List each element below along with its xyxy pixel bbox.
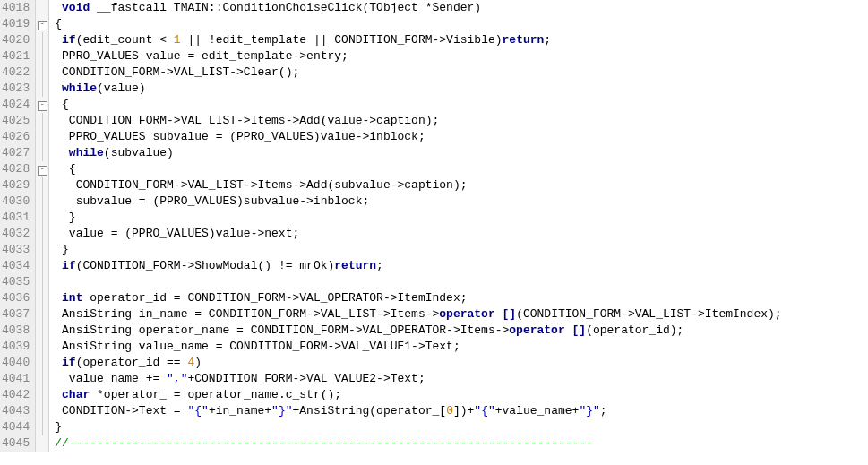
fold-cell: [36, 81, 48, 97]
fold-cell: [36, 65, 48, 81]
token-num: 0: [446, 404, 453, 418]
token-str: "{": [187, 404, 208, 418]
line-number: 4031: [2, 210, 30, 226]
fold-guide-icon: [42, 323, 43, 339]
fold-guide-icon: [42, 194, 43, 210]
code-line[interactable]: {: [55, 161, 868, 177]
fold-cell: [36, 419, 48, 435]
code-line[interactable]: while(subvalue): [55, 145, 868, 161]
fold-guide-icon: [42, 387, 43, 403]
token-str: ",": [167, 372, 187, 385]
line-number: 4027: [2, 145, 30, 161]
fold-guide-icon: [42, 306, 43, 323]
fold-cell: [36, 403, 48, 419]
line-number: 4025: [2, 113, 30, 129]
fold-cell: [36, 274, 48, 290]
line-number: 4028: [2, 161, 30, 177]
code-line[interactable]: value = (PPRO_VALUES)value->next;: [55, 226, 868, 242]
code-line[interactable]: CONDITION->Text = "{"+in_name+"}"+AnsiSt…: [55, 403, 868, 419]
code-line[interactable]: CONDITION_FORM->VAL_LIST->Clear();: [55, 65, 868, 81]
line-number: 4021: [2, 48, 30, 65]
line-number: 4023: [2, 81, 30, 97]
token-kw: char: [62, 388, 90, 401]
code-line[interactable]: {: [55, 16, 868, 32]
fold-cell: [36, 290, 48, 306]
code-line[interactable]: if(CONDITION_FORM->ShowModal() != mrOk)r…: [55, 258, 868, 274]
line-number: 4039: [2, 339, 30, 355]
fold-cell[interactable]: -: [36, 97, 48, 113]
line-number: 4040: [2, 355, 30, 371]
fold-cell: [36, 194, 48, 210]
line-number: 4044: [2, 419, 30, 435]
fold-cell: [36, 226, 48, 242]
line-number: 4032: [2, 226, 30, 242]
code-editor[interactable]: void __fastcall TMAIN::ConditionChoiseCl…: [49, 0, 868, 452]
line-number: 4038: [2, 323, 30, 339]
fold-cell: [36, 323, 48, 339]
fold-guide-icon: [42, 290, 43, 306]
code-line[interactable]: PPRO_VALUES subvalue = (PPRO_VALUES)valu…: [55, 129, 868, 145]
fold-toggle-icon[interactable]: -: [38, 166, 47, 176]
code-line[interactable]: PPRO_VALUES value = edit_template->entry…: [55, 48, 868, 65]
fold-cell: [36, 32, 48, 48]
fold-guide-icon: [42, 226, 43, 242]
code-line[interactable]: AnsiString operator_name = CONDITION_FOR…: [55, 323, 868, 339]
code-line[interactable]: }: [55, 210, 868, 226]
fold-guide-icon: [42, 339, 43, 355]
code-line[interactable]: void __fastcall TMAIN::ConditionChoiseCl…: [55, 0, 868, 16]
code-line[interactable]: AnsiString value_name = CONDITION_FORM->…: [55, 339, 868, 355]
code-line[interactable]: int operator_id = CONDITION_FORM->VAL_OP…: [55, 290, 868, 306]
fold-cell[interactable]: -: [36, 16, 48, 32]
fold-guide-icon: [42, 65, 43, 81]
line-number: 4022: [2, 65, 30, 81]
fold-cell: [36, 210, 48, 226]
code-line[interactable]: while(value): [55, 81, 868, 97]
fold-guide-icon: [42, 145, 43, 161]
fold-cell: [36, 371, 48, 387]
fold-cell: [36, 242, 48, 258]
fold-cell: [36, 0, 48, 16]
token-kw: void: [62, 1, 90, 14]
code-line[interactable]: subvalue = (PPRO_VALUES)subvalue->inbloc…: [55, 194, 868, 210]
code-line[interactable]: if(edit_count < 1 || !edit_template || C…: [55, 32, 868, 48]
fold-margin[interactable]: ---: [36, 0, 49, 452]
code-line[interactable]: [55, 274, 868, 290]
fold-toggle-icon[interactable]: -: [38, 101, 47, 111]
fold-cell: [36, 435, 48, 452]
line-number: 4043: [2, 403, 30, 419]
code-line[interactable]: if(operator_id == 4): [55, 355, 868, 371]
fold-cell[interactable]: -: [36, 161, 48, 177]
line-number-gutter: 4018401940204021402240234024402540264027…: [0, 0, 36, 452]
line-number: 4018: [2, 0, 30, 16]
fold-guide-icon: [42, 355, 43, 371]
fold-guide-icon: [42, 210, 43, 226]
line-number: 4041: [2, 371, 30, 387]
token-num: 1: [174, 33, 181, 47]
code-line[interactable]: }: [55, 242, 868, 258]
line-number: 4042: [2, 387, 30, 403]
code-line[interactable]: value_name += ","+CONDITION_FORM->VAL_VA…: [55, 371, 868, 387]
code-line[interactable]: CONDITION_FORM->VAL_LIST->Items->Add(sub…: [55, 177, 868, 194]
code-line[interactable]: char *operator_ = operator_name.c_str();: [55, 387, 868, 403]
line-number: 4035: [2, 274, 30, 290]
code-line[interactable]: CONDITION_FORM->VAL_LIST->Items->Add(val…: [55, 113, 868, 129]
line-number: 4020: [2, 32, 30, 48]
code-line[interactable]: //--------------------------------------…: [55, 435, 868, 452]
fold-cell: [36, 258, 48, 274]
fold-guide-icon: [42, 177, 43, 194]
line-number: 4045: [2, 435, 30, 452]
token-num: 4: [187, 356, 194, 369]
line-number: 4029: [2, 177, 30, 194]
fold-guide-icon: [42, 32, 43, 48]
fold-toggle-icon[interactable]: -: [38, 21, 47, 30]
code-line[interactable]: {: [55, 97, 868, 113]
code-line[interactable]: AnsiString in_name = CONDITION_FORM->VAL…: [55, 306, 868, 323]
token-str: "{": [474, 404, 494, 418]
token-cmt: //--------------------------------------…: [55, 436, 593, 450]
code-line[interactable]: }: [55, 419, 868, 435]
fold-guide-icon: [42, 113, 43, 129]
token-str: "}": [271, 404, 292, 418]
fold-guide-icon: [42, 371, 43, 387]
token-kw: operator []: [439, 307, 516, 321]
fold-guide-icon: [42, 274, 43, 290]
